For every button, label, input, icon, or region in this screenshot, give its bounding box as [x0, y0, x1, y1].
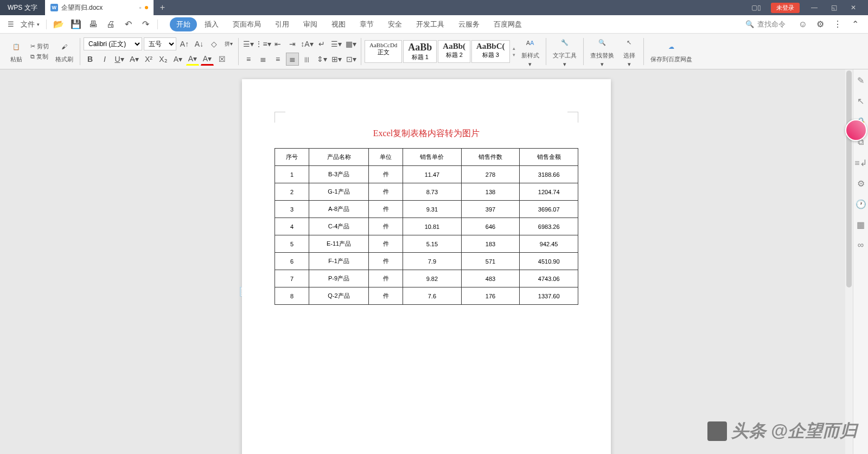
print-icon[interactable]: 🖶 — [86, 17, 101, 32]
save-icon[interactable]: 💾 — [68, 17, 84, 32]
text-direction-button[interactable]: ↕A▾ — [301, 37, 314, 50]
file-menu[interactable]: 文件 ▾ — [18, 20, 42, 29]
decrease-indent-button[interactable]: ⇤ — [271, 37, 284, 50]
character-border-button[interactable]: ☒ — [215, 53, 228, 66]
outline-icon[interactable]: ≡↲ — [856, 157, 866, 168]
line-spacing-button[interactable]: ☰▾ — [330, 37, 343, 50]
find-replace-button[interactable]: 🔍 查找替换▾ — [587, 34, 617, 69]
menu-tab-2[interactable]: 页面布局 — [226, 17, 267, 31]
table-cell: 7.6 — [403, 287, 462, 305]
font-name-select[interactable]: Calibri (正文) — [84, 37, 142, 50]
document-tab[interactable]: W 企望而归.docx ▫ — [45, 0, 154, 15]
user-avatar[interactable] — [845, 119, 867, 141]
strikethrough-button[interactable]: A̶▾ — [127, 53, 141, 66]
style-3[interactable]: AaBbC(标题 3 — [471, 40, 510, 63]
align-justify-button[interactable]: ≣ — [286, 53, 299, 66]
underline-button[interactable]: U▾ — [113, 53, 126, 66]
menu-tab-7[interactable]: 安全 — [381, 17, 409, 31]
bullets-button[interactable]: ☰▾ — [242, 37, 255, 50]
select-button[interactable]: ↖ 选择▾ — [618, 34, 640, 69]
history-icon[interactable]: 🕐 — [856, 199, 866, 209]
table-cell: 3696.07 — [520, 201, 578, 218]
settings-pane-icon[interactable]: ⚙ — [856, 178, 866, 189]
style-0[interactable]: AaBbCcDd正文 — [365, 40, 402, 63]
cut-button[interactable]: ✂剪切 — [28, 42, 51, 51]
menu-tab-9[interactable]: 云服务 — [452, 17, 486, 31]
format-painter-button[interactable]: 🖌 格式刷 — [52, 38, 76, 65]
table-row: 4C-4产品件10.816466983.26 — [275, 218, 578, 235]
paste-button[interactable]: 📋 粘贴 — [5, 38, 27, 65]
save-baidu-button[interactable]: ☁ 保存到百度网盘 — [647, 38, 695, 65]
bold-button[interactable]: B — [84, 53, 97, 66]
clear-format-icon[interactable]: ◇ — [207, 37, 220, 50]
login-button[interactable]: 未登录 — [771, 3, 800, 13]
font-size-select[interactable]: 五号 — [144, 37, 176, 50]
text-tools-button[interactable]: 🔧 文字工具▾ — [550, 34, 580, 69]
menu-tab-6[interactable]: 章节 — [353, 17, 380, 31]
menu-tab-10[interactable]: 百度网盘 — [487, 17, 528, 31]
settings-icon[interactable]: ⚙ — [813, 17, 828, 32]
menu-tab-3[interactable]: 引用 — [269, 17, 296, 31]
pinyin-icon[interactable]: 拼▾ — [222, 37, 235, 50]
highlight-button[interactable]: A▾ — [186, 53, 199, 66]
paragraph-spacing-button[interactable]: ⇕▾ — [315, 53, 328, 66]
select-mode-icon[interactable]: ↖ — [856, 95, 866, 106]
align-left-button[interactable]: ≡ — [242, 53, 255, 66]
scroll-thumb[interactable] — [846, 71, 852, 287]
style-2[interactable]: AaBb(标题 2 — [438, 40, 470, 63]
superscript-button[interactable]: X² — [142, 53, 155, 66]
undo-icon[interactable]: ↶ — [120, 17, 136, 32]
numbering-button[interactable]: ⋮≡▾ — [257, 37, 270, 50]
menu-tab-4[interactable]: 审阅 — [297, 17, 324, 31]
menu-tab-1[interactable]: 插入 — [198, 17, 225, 31]
borders-button[interactable]: ⊞▾ — [330, 53, 343, 66]
toolbox-icon[interactable]: ▦ — [856, 219, 866, 230]
style-scroll-up[interactable]: ▴ — [513, 46, 515, 51]
open-icon[interactable]: 📂 — [51, 17, 66, 32]
align-right-button[interactable]: ≡ — [271, 53, 284, 66]
increase-indent-button[interactable]: ⇥ — [286, 37, 299, 50]
new-style-button[interactable]: AA 新样式▾ — [518, 34, 542, 69]
minimize-button[interactable]: — — [805, 0, 824, 15]
line-break-button[interactable]: ↵ — [315, 37, 328, 50]
menu-tab-0[interactable]: 开始 — [170, 17, 197, 31]
divider — [46, 20, 47, 29]
collapse-ribbon-icon[interactable]: ⌃ — [847, 17, 863, 32]
new-tab-button[interactable]: + — [154, 3, 171, 12]
tab-menu-icon[interactable]: ▫ — [139, 4, 141, 11]
style-scroll-down[interactable]: ▾ — [513, 52, 515, 57]
style-1[interactable]: AaBb标题 1 — [403, 40, 437, 63]
table-cell: 6 — [275, 253, 309, 270]
print-preview-icon[interactable]: 🖨 — [103, 17, 118, 32]
smile-icon[interactable]: ☺ — [795, 17, 810, 32]
decrease-font-icon[interactable]: A↓ — [193, 37, 206, 50]
copy-button[interactable]: ⧉复制 — [28, 52, 51, 61]
close-button[interactable]: ✕ — [844, 0, 863, 15]
edit-mode-icon[interactable]: ✎ — [856, 75, 866, 86]
tabs-button[interactable]: ⊡▾ — [344, 53, 358, 66]
align-distribute-button[interactable]: ⫼ — [301, 53, 314, 66]
increase-font-icon[interactable]: A↑ — [178, 37, 191, 50]
table-cell: 4 — [275, 218, 309, 235]
table-cell: 3 — [275, 201, 309, 218]
italic-button[interactable]: I — [98, 53, 111, 66]
redo-icon[interactable]: ↷ — [138, 17, 153, 32]
search-command[interactable]: 🔍 查找命令 — [745, 20, 786, 29]
table-cell: 件 — [369, 218, 403, 235]
table-cell: 件 — [369, 287, 403, 305]
table-header: 销售单价 — [403, 149, 462, 166]
menu-tab-8[interactable]: 开发工具 — [410, 17, 451, 31]
font-color-button[interactable]: A▾ — [201, 53, 214, 66]
align-center-button[interactable]: ≣ — [257, 53, 270, 66]
menu-tab-5[interactable]: 视图 — [325, 17, 352, 31]
share-icon[interactable]: ∞ — [856, 240, 866, 251]
more-icon[interactable]: ⋮ — [830, 17, 845, 32]
shading-button[interactable]: ▦▾ — [344, 37, 358, 50]
maximize-button[interactable]: ◱ — [825, 0, 843, 15]
text-effect-button[interactable]: A▾ — [171, 53, 184, 66]
hamburger-menu[interactable]: ☰ — [5, 20, 16, 28]
table-cell: 2 — [275, 183, 309, 201]
subscript-button[interactable]: X₂ — [157, 53, 170, 66]
layout-icon[interactable]: ▢▯ — [747, 0, 765, 15]
table-cell: 4743.06 — [520, 270, 578, 287]
